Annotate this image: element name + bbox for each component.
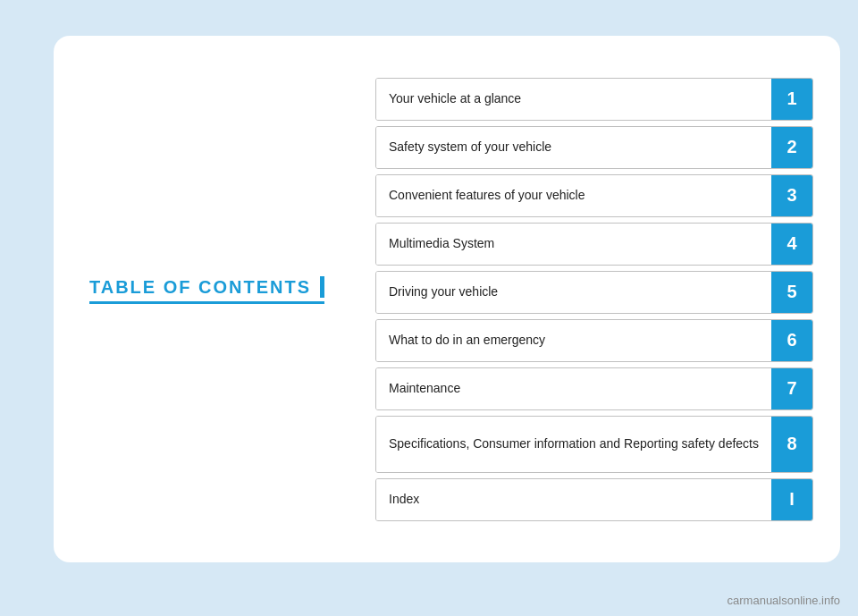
toc-row-2[interactable]: Safety system of your vehicle2 xyxy=(375,126,813,169)
toc-number-8: 8 xyxy=(771,417,812,472)
toc-title: TABLE OF CONTENTS xyxy=(89,276,324,304)
toc-label-6: What to do in an emergency xyxy=(376,320,771,361)
left-panel: TABLE OF CONTENTS xyxy=(54,276,358,322)
toc-label-1: Your vehicle at a glance xyxy=(376,79,771,120)
toc-row-1[interactable]: Your vehicle at a glance1 xyxy=(375,78,813,121)
watermark: carmanualsonline.info xyxy=(728,594,840,607)
toc-title-text: TABLE OF CONTENTS xyxy=(89,277,311,298)
toc-number-1: 1 xyxy=(771,79,812,120)
toc-label-8: Specifications, Consumer information and… xyxy=(376,417,771,472)
toc-row-3[interactable]: Convenient features of your vehicle3 xyxy=(375,174,813,217)
toc-row-4[interactable]: Multimedia System4 xyxy=(375,223,813,266)
toc-number-7: 7 xyxy=(771,368,812,409)
toc-row-6[interactable]: What to do in an emergency6 xyxy=(375,319,813,362)
toc-row-7[interactable]: Maintenance7 xyxy=(375,367,813,410)
toc-row-8[interactable]: Specifications, Consumer information and… xyxy=(375,416,813,473)
toc-number-4: 4 xyxy=(771,224,812,265)
toc-row-5[interactable]: Driving your vehicle5 xyxy=(375,271,813,314)
toc-number-3: 3 xyxy=(771,175,812,216)
toc-label-3: Convenient features of your vehicle xyxy=(376,175,771,216)
toc-number-5: 5 xyxy=(771,272,812,313)
toc-label-4: Multimedia System xyxy=(376,224,771,265)
title-bar-decoration xyxy=(320,276,324,298)
toc-label-5: Driving your vehicle xyxy=(376,272,771,313)
toc-label-2: Safety system of your vehicle xyxy=(376,127,771,168)
toc-number-9: I xyxy=(771,479,812,520)
main-card: TABLE OF CONTENTS Your vehicle at a glan… xyxy=(54,36,840,562)
toc-label-7: Maintenance xyxy=(376,368,771,409)
toc-row-9[interactable]: IndexI xyxy=(375,478,813,521)
toc-list: Your vehicle at a glance1Safety system o… xyxy=(358,51,840,548)
toc-label-9: Index xyxy=(376,479,771,520)
toc-number-2: 2 xyxy=(771,127,812,168)
toc-number-6: 6 xyxy=(771,320,812,361)
